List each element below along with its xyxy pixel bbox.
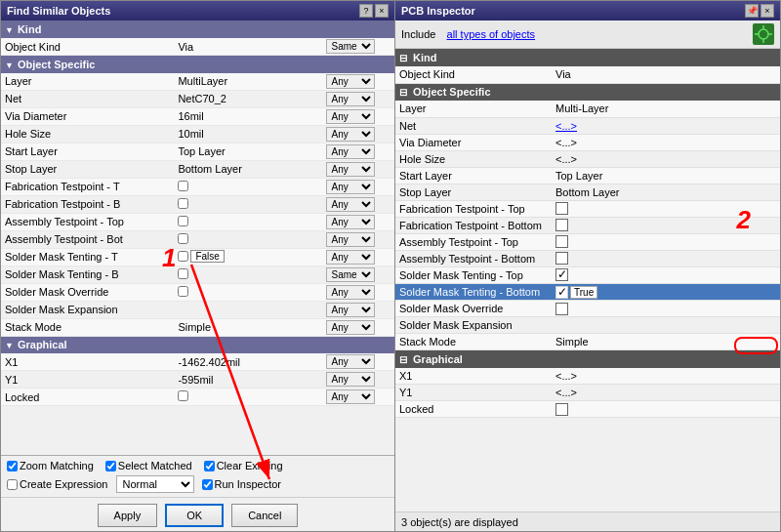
r-graphical-label: Graphical [413,353,463,365]
select-matched-check[interactable] [105,461,116,471]
property-match[interactable]: Any [322,371,394,389]
property-value: MultiLayer [174,73,322,91]
table-row: Start Layer Top Layer Any [1,143,394,160]
inspector-pin-btn[interactable]: 📌 [745,4,759,18]
zoom-matching-label[interactable]: Zoom Matching [7,460,94,471]
table-row: Fabrication Testpoint - Top [395,200,780,217]
table-row: Stop Layer Bottom Layer [395,184,780,200]
property-value[interactable] [174,389,322,406]
r-fab-bot-check[interactable] [555,219,568,231]
property-match[interactable]: Any [322,230,394,248]
table-row: Y1 <...> [395,385,780,401]
r-property-value[interactable] [552,266,780,283]
property-value[interactable] [174,195,322,213]
create-expression-check[interactable] [7,479,18,490]
property-value[interactable] [174,213,322,230]
expand-icon: ▼ [5,341,14,350]
property-match[interactable]: Any [322,143,394,160]
smt-top-check[interactable] [178,251,188,262]
properties-table: ▼Kind Object Kind Via SameAny ▼Object Sp… [1,20,394,406]
property-label: Assembly Testpoint - Top [1,213,174,230]
fab-testpoint-b-check[interactable] [178,198,188,209]
property-value[interactable] [174,178,322,195]
all-types-link[interactable]: all types of objects [447,28,536,40]
cancel-button[interactable]: Cancel [231,504,298,527]
property-match[interactable]: Any [322,318,394,336]
normal-dropdown[interactable]: Normal [116,475,194,493]
r-property-label: Solder Mask Override [395,301,552,317]
dialog-titlebar: Find Similar Objects ? × [1,1,394,20]
graphical-section-header: ▼Graphical [1,336,394,353]
run-inspector-label[interactable]: Run Inspector [202,478,281,490]
collapse-icon: ⊟ [399,87,407,98]
inspector-close-btn[interactable]: × [760,4,774,18]
fab-testpoint-t-check[interactable] [178,181,188,191]
property-match[interactable]: Any [322,160,394,178]
r-asm-bot-check[interactable] [555,252,568,265]
sm-override-check[interactable] [178,286,188,297]
property-match[interactable]: Any [322,213,394,230]
property-value: Top Layer [174,143,322,160]
property-match[interactable]: Any [322,178,394,195]
run-inspector-check[interactable] [202,479,213,490]
r-property-value: <...> [552,150,780,167]
table-row: Solder Mask Tenting - T False Any [1,248,394,266]
inspector-title: PCB Inspector [401,5,475,17]
r-property-value[interactable] [552,301,780,317]
property-match[interactable]: SameAny [322,266,394,283]
help-button[interactable]: ? [359,4,373,18]
property-match[interactable]: SameAny [322,38,394,56]
r-smt-top-check[interactable] [555,268,568,281]
table-row: X1 -1462.402mil Any [1,353,394,371]
r-asm-top-check[interactable] [555,235,568,248]
asm-testpoint-top-check[interactable] [178,216,188,226]
net-link[interactable]: <...> [555,120,577,132]
r-kind-label: Kind [413,52,436,63]
r-property-label: X1 [395,368,552,385]
create-expression-label[interactable]: Create Expression [7,478,108,490]
r-sm-override-check[interactable] [555,303,568,315]
r-smt-bot-value: True [570,286,597,299]
table-row: Locked Any [1,389,394,406]
property-match[interactable]: Any [322,389,394,406]
locked-check[interactable] [178,390,188,401]
property-value[interactable] [174,266,322,283]
property-match[interactable]: Any [322,90,394,107]
property-match[interactable]: Any [322,73,394,91]
r-property-value: <...> [552,117,780,134]
smt-bot-check[interactable] [178,268,188,279]
asm-testpoint-bot-check[interactable] [178,233,188,244]
property-value[interactable] [174,283,322,301]
property-match[interactable]: Any [322,107,394,125]
property-match[interactable]: Any [322,248,394,266]
r-locked-check[interactable] [555,403,568,416]
apply-button[interactable]: Apply [98,504,158,527]
r-property-value[interactable] [552,401,780,418]
clear-existing-label[interactable]: Clear Existing [204,460,283,471]
r-property-value[interactable] [552,233,780,250]
r-fab-top-check[interactable] [555,202,568,215]
r-property-value[interactable] [552,250,780,266]
table-row: Fabrication Testpoint - B Any [1,195,394,213]
r-obj-specific-label: Object Specific [413,86,490,98]
select-matched-label[interactable]: Select Matched [105,460,192,471]
table-row: Stop Layer Bottom Layer Any [1,160,394,178]
property-value[interactable] [174,230,322,248]
property-match[interactable]: Any [322,125,394,143]
r-property-value: Multi-Layer [552,101,780,117]
close-button[interactable]: × [375,4,389,18]
property-label: Y1 [1,371,174,389]
property-match[interactable]: Any [322,301,394,318]
property-match[interactable]: Any [322,195,394,213]
property-match[interactable]: Any [322,283,394,301]
clear-existing-check[interactable] [204,461,215,471]
zoom-matching-text: Zoom Matching [20,460,94,471]
property-match[interactable]: Any [322,353,394,371]
r-property-value[interactable] [552,200,780,217]
r-smt-bot-check[interactable] [555,286,568,299]
r-property-value: True [552,284,780,301]
zoom-matching-check[interactable] [7,461,18,471]
r-property-value[interactable] [552,217,780,233]
ok-button[interactable]: OK [165,504,224,527]
status-text: 3 object(s) are displayed [401,516,518,528]
